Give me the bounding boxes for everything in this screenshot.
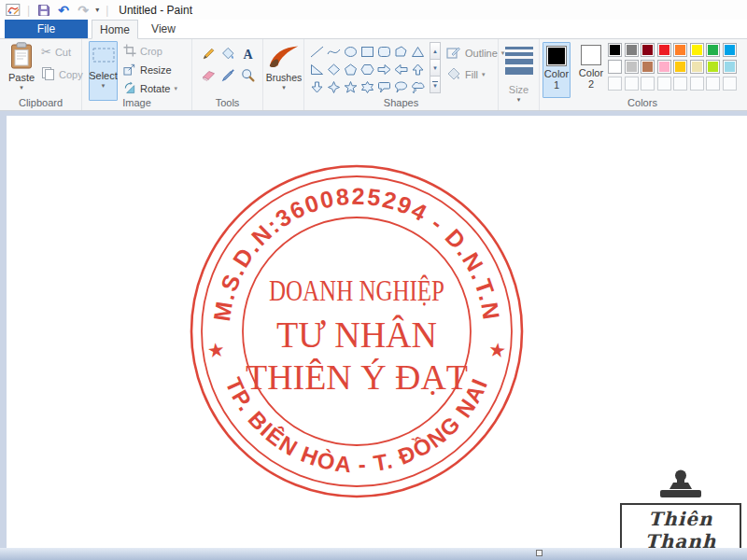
color-picker-tool-icon[interactable] xyxy=(221,68,235,82)
shape-line-icon[interactable] xyxy=(308,43,325,61)
outline-button[interactable]: Outline ▾ xyxy=(446,45,504,62)
color1-button[interactable]: Color 1 xyxy=(543,42,571,98)
paste-button[interactable]: Paste ▾ xyxy=(4,42,39,91)
select-button[interactable]: Select ▾ xyxy=(89,41,118,101)
watermark-name: Thiên Thanh xyxy=(627,508,734,553)
palette-empty-slot[interactable] xyxy=(657,77,671,91)
tab-file[interactable]: File xyxy=(5,20,88,38)
palette-swatch[interactable] xyxy=(641,43,655,57)
shape-polygon-icon[interactable] xyxy=(392,43,409,61)
palette-swatch[interactable] xyxy=(723,43,737,57)
watermark: Thiên Thanh 0901.484.428 xyxy=(620,469,741,560)
group-colors: Color 1 Color 2 Colors xyxy=(540,39,747,110)
work-area: M.S.D.N:3600825294 - D.N.T.N TP. BIÊN HÒ… xyxy=(0,111,747,560)
palette-swatch[interactable] xyxy=(673,60,687,74)
shape-oval-callout-icon[interactable] xyxy=(392,78,409,96)
rotate-button[interactable]: Rotate ▾ xyxy=(123,81,177,96)
fill-with-color-tool-icon[interactable] xyxy=(221,47,235,61)
brushes-button[interactable]: Brushes ▾ xyxy=(265,42,303,91)
shape-triangle-icon[interactable] xyxy=(409,43,426,61)
redo-icon: ↷ xyxy=(76,3,91,18)
stamp-center-line3: THIÊN Ý ĐẠT xyxy=(246,357,468,397)
shapes-more-button[interactable]: ▼ xyxy=(430,76,441,93)
shape-pentagon-icon[interactable] xyxy=(342,61,359,78)
fill-icon xyxy=(446,66,461,83)
separator: | xyxy=(27,4,30,17)
title-bar: | ↶ ↷ ▾ | Untitled - Paint xyxy=(0,0,747,20)
shape-four-point-star-icon[interactable] xyxy=(325,78,342,96)
group-label-image: Image xyxy=(82,97,191,108)
canvas-resize-handle[interactable] xyxy=(536,550,543,556)
palette-empty-slot[interactable] xyxy=(690,77,704,91)
palette-swatch[interactable] xyxy=(608,60,622,74)
group-label-tools: Tools xyxy=(192,97,262,108)
ribbon: Paste ▾ ✂ Cut Copy Clipboard Select ▾ xyxy=(0,39,747,111)
color1-swatch xyxy=(546,46,567,66)
resize-icon xyxy=(123,63,136,77)
palette-empty-slot[interactable] xyxy=(608,77,622,91)
shape-six-point-star-icon[interactable] xyxy=(359,78,375,96)
shapes-scroll-up-button[interactable]: ▲ xyxy=(430,42,441,60)
magnifier-tool-icon[interactable] xyxy=(241,68,255,82)
stamp-right-star: ★ xyxy=(486,340,510,361)
customize-qat-icon[interactable]: ▾ xyxy=(95,6,99,14)
palette-swatch[interactable] xyxy=(608,43,622,57)
shape-rounded-rectangle-callout-icon[interactable] xyxy=(375,78,392,96)
outline-icon xyxy=(446,45,461,62)
palette-empty-slot[interactable] xyxy=(641,77,655,91)
shape-oval-icon[interactable] xyxy=(342,43,359,61)
shape-right-arrow-icon[interactable] xyxy=(375,61,392,78)
eraser-tool-icon[interactable] xyxy=(202,68,216,82)
shape-right-triangle-icon[interactable] xyxy=(308,61,325,78)
pencil-tool-icon[interactable] xyxy=(202,47,216,61)
shape-left-arrow-icon[interactable] xyxy=(392,61,409,78)
palette-swatch[interactable] xyxy=(706,60,720,74)
palette-swatch[interactable] xyxy=(706,43,720,57)
shapes-scroll-down-button[interactable]: ▼ xyxy=(430,59,441,77)
palette-empty-slot[interactable] xyxy=(673,77,687,91)
color2-button[interactable]: Color 2 xyxy=(577,42,605,98)
palette-swatch[interactable] xyxy=(657,60,671,74)
palette-empty-slot[interactable] xyxy=(625,77,639,91)
shape-down-arrow-icon[interactable] xyxy=(308,78,325,96)
group-image: Select ▾ Crop Resize Rotate ▾ Image xyxy=(82,39,192,110)
group-shapes: ▲ ▼ ▼ Outline ▾ Fill ▾ Shapes xyxy=(304,39,499,110)
brush-icon xyxy=(266,42,302,72)
separator: | xyxy=(106,4,108,17)
size-caret-icon: ▾ xyxy=(517,96,521,103)
palette-swatch[interactable] xyxy=(625,43,639,57)
cut-button: ✂ Cut xyxy=(41,46,71,58)
size-button[interactable]: Size ▾ xyxy=(499,84,539,103)
shape-rounded-rectangle-icon[interactable] xyxy=(375,43,392,61)
text-tool-icon[interactable]: A xyxy=(241,47,255,61)
shape-diamond-icon[interactable] xyxy=(325,61,342,78)
stamp-image: M.S.D.N:3600825294 - D.N.T.N TP. BIÊN HÒ… xyxy=(179,154,534,509)
palette-empty-slot[interactable] xyxy=(706,77,720,91)
group-label-shapes: Shapes xyxy=(304,97,498,108)
fill-caret-icon: ▾ xyxy=(482,71,486,78)
fill-button[interactable]: Fill ▾ xyxy=(446,66,486,83)
copy-button: Copy xyxy=(41,66,83,82)
shape-cloud-callout-icon[interactable] xyxy=(409,78,426,96)
shape-five-point-star-icon[interactable] xyxy=(342,78,359,96)
shape-curve-icon[interactable] xyxy=(325,43,342,61)
palette-swatch[interactable] xyxy=(641,60,655,74)
palette-swatch[interactable] xyxy=(690,60,704,74)
save-icon[interactable] xyxy=(36,3,51,18)
palette-swatch[interactable] xyxy=(625,60,639,74)
palette-swatch[interactable] xyxy=(673,43,687,57)
palette-swatch[interactable] xyxy=(690,43,704,57)
tab-view[interactable]: View xyxy=(140,20,187,38)
select-icon xyxy=(92,48,115,64)
shape-rectangle-icon[interactable] xyxy=(359,43,375,61)
tab-home[interactable]: Home xyxy=(92,20,138,39)
palette-swatch[interactable] xyxy=(723,60,737,74)
shape-up-arrow-icon[interactable] xyxy=(409,61,426,78)
group-label-clipboard: Clipboard xyxy=(0,97,81,108)
group-size: Size ▾ xyxy=(499,39,540,110)
shape-hexagon-icon[interactable] xyxy=(359,61,375,78)
resize-button[interactable]: Resize xyxy=(123,63,172,77)
palette-swatch[interactable] xyxy=(657,43,671,57)
palette-empty-slot[interactable] xyxy=(723,77,737,91)
undo-icon[interactable]: ↶ xyxy=(56,3,71,18)
